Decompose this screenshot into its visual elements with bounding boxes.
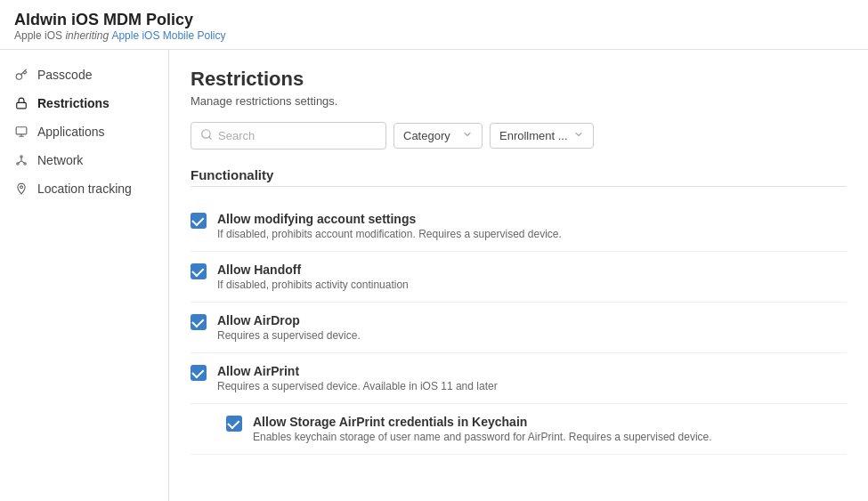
filter-bar: Category Enrollment ... xyxy=(191,122,847,149)
page-subtitle: Apple iOS inheriting Apple iOS Mobile Po… xyxy=(14,29,854,42)
section-title-functionality: Functionality xyxy=(191,167,847,182)
content-subtitle: Manage restrictions settings. xyxy=(191,94,847,108)
setting-label-allow-airdrop: Allow AirDrop xyxy=(217,313,361,327)
page-title: Aldwin iOS MDM Policy xyxy=(14,11,854,29)
sidebar: Passcode Restrictions Applications xyxy=(0,50,169,501)
checkbox-allow-modifying[interactable] xyxy=(191,213,207,229)
setting-item-allow-airprint: Allow AirPrint Requires a supervised dev… xyxy=(191,353,847,404)
setting-label-allow-modifying: Allow modifying account settings xyxy=(217,212,562,226)
sidebar-item-location[interactable]: Location tracking xyxy=(0,174,168,203)
sidebar-label-location: Location tracking xyxy=(37,182,132,196)
enrollment-dropdown[interactable]: Enrollment ... xyxy=(490,123,594,149)
setting-label-allow-airprint: Allow AirPrint xyxy=(217,364,498,378)
checkbox-allow-handoff[interactable] xyxy=(191,263,207,279)
setting-desc-allow-modifying: If disabled, prohibits account modificat… xyxy=(217,228,562,240)
svg-rect-1 xyxy=(17,102,27,108)
checkbox-allow-airprint[interactable] xyxy=(191,365,207,381)
sidebar-item-network[interactable]: Network xyxy=(0,146,168,174)
sidebar-item-applications[interactable]: Applications xyxy=(0,117,168,146)
svg-line-8 xyxy=(209,137,212,140)
section-divider xyxy=(191,186,847,187)
setting-desc-allow-storage-airprint: Enables keychain storage of user name an… xyxy=(253,431,712,443)
setting-desc-allow-handoff: If disabled, prohibits activity continua… xyxy=(217,279,409,291)
main-layout: Passcode Restrictions Applications xyxy=(0,50,868,501)
category-dropdown[interactable]: Category xyxy=(393,123,483,149)
setting-text-allow-modifying: Allow modifying account settings If disa… xyxy=(217,212,562,240)
setting-label-allow-storage-airprint: Allow Storage AirPrint credentials in Ke… xyxy=(253,415,712,429)
svg-rect-2 xyxy=(16,127,27,134)
lock-icon xyxy=(14,96,28,110)
setting-text-allow-airprint: Allow AirPrint Requires a supervised dev… xyxy=(217,364,498,392)
content-title: Restrictions xyxy=(191,68,847,91)
key-icon xyxy=(14,68,28,82)
setting-item-allow-handoff: Allow Handoff If disabled, prohibits act… xyxy=(191,252,847,303)
pin-icon xyxy=(14,182,28,196)
category-label: Category xyxy=(403,129,450,142)
svg-point-6 xyxy=(20,186,23,189)
setting-text-allow-handoff: Allow Handoff If disabled, prohibits act… xyxy=(217,263,409,291)
setting-text-allow-storage-airprint: Allow Storage AirPrint credentials in Ke… xyxy=(253,415,712,443)
sidebar-item-restrictions[interactable]: Restrictions xyxy=(0,89,168,117)
network-icon xyxy=(14,153,28,167)
header: Aldwin iOS MDM Policy Apple iOS inheriti… xyxy=(0,0,868,50)
sidebar-label-passcode: Passcode xyxy=(37,68,92,82)
monitor-icon xyxy=(14,125,28,139)
sidebar-label-network: Network xyxy=(37,153,83,167)
enrollment-label: Enrollment ... xyxy=(499,129,568,142)
content-area: Restrictions Manage restrictions setting… xyxy=(169,50,868,501)
sidebar-label-applications: Applications xyxy=(37,125,105,139)
sidebar-item-passcode[interactable]: Passcode xyxy=(0,61,168,89)
search-icon xyxy=(200,128,213,143)
setting-desc-allow-airdrop: Requires a supervised device. xyxy=(217,329,361,342)
search-box[interactable] xyxy=(191,122,386,149)
sidebar-label-restrictions: Restrictions xyxy=(37,96,110,110)
subtitle-italic: inheriting xyxy=(65,29,111,42)
enrollment-dropdown-arrow xyxy=(573,129,584,142)
setting-item-allow-airdrop: Allow AirDrop Requires a supervised devi… xyxy=(191,303,847,353)
category-dropdown-arrow xyxy=(462,129,473,142)
setting-item-allow-modifying: Allow modifying account settings If disa… xyxy=(191,201,847,252)
subtitle-prefix: Apple iOS xyxy=(14,29,65,42)
setting-item-allow-storage-airprint: Allow Storage AirPrint credentials in Ke… xyxy=(191,404,847,455)
checkbox-allow-airdrop[interactable] xyxy=(191,314,207,330)
setting-desc-allow-airprint: Requires a supervised device. Available … xyxy=(217,380,498,392)
setting-text-allow-airdrop: Allow AirDrop Requires a supervised devi… xyxy=(217,313,361,342)
setting-label-allow-handoff: Allow Handoff xyxy=(217,263,409,277)
checkbox-allow-storage-airprint[interactable] xyxy=(226,416,242,432)
settings-list: Allow modifying account settings If disa… xyxy=(191,201,847,455)
search-input[interactable] xyxy=(218,129,377,142)
subtitle-link[interactable]: Apple iOS Mobile Policy xyxy=(111,29,225,42)
